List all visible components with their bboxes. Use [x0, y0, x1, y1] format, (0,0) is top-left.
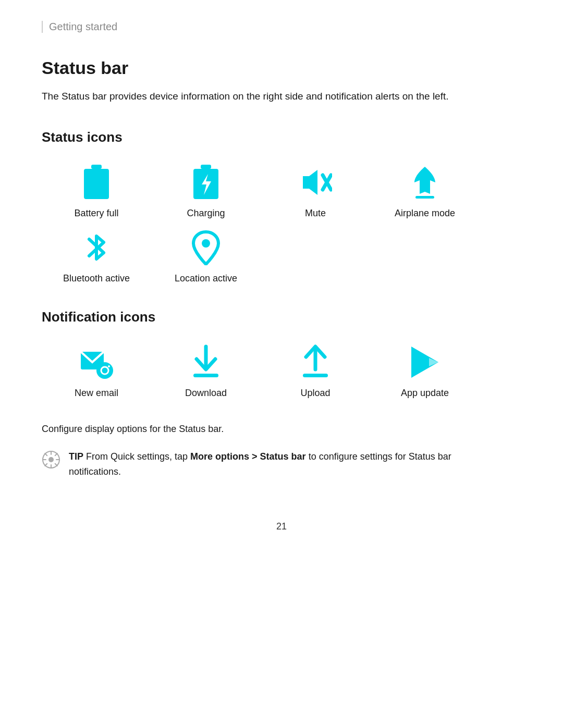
- upload-icon: [297, 344, 334, 380]
- svg-point-13: [108, 365, 110, 367]
- notification-icons-title: Notification icons: [42, 309, 521, 325]
- notification-icons-grid: New email Download Upload: [42, 344, 521, 399]
- svg-rect-8: [415, 196, 434, 199]
- page-title: Status bar: [42, 58, 521, 78]
- airplane-mode-item: Airplane mode: [370, 164, 480, 219]
- charging-label: Charging: [187, 208, 225, 219]
- svg-rect-0: [91, 165, 102, 169]
- svg-point-11: [96, 362, 113, 379]
- mute-icon: [297, 164, 334, 201]
- tip-prefix: TIP: [69, 451, 83, 462]
- battery-full-icon: [78, 164, 115, 201]
- bluetooth-item: Bluetooth active: [42, 229, 151, 284]
- airplane-mode-label: Airplane mode: [395, 208, 455, 219]
- svg-rect-18: [303, 374, 328, 377]
- tip-content: TIP From Quick settings, tap More option…: [69, 449, 500, 479]
- mute-item: Mute: [261, 164, 370, 219]
- tip-box: TIP From Quick settings, tap More option…: [42, 449, 500, 479]
- bluetooth-label: Bluetooth active: [63, 273, 130, 284]
- new-email-icon: [78, 344, 115, 380]
- upload-item: Upload: [261, 344, 370, 399]
- description: The Status bar provides device informati…: [42, 89, 490, 104]
- svg-line-26: [45, 453, 47, 455]
- download-label: Download: [185, 388, 227, 399]
- charging-item: Charging: [151, 164, 261, 219]
- status-icons-title: Status icons: [42, 129, 521, 145]
- tip-text: From Quick settings, tap: [83, 451, 190, 462]
- svg-line-27: [55, 464, 57, 466]
- tip-icon: [42, 450, 60, 469]
- upload-label: Upload: [300, 388, 330, 399]
- configure-text: Configure display options for the Status…: [42, 424, 521, 435]
- app-update-item: App update: [370, 344, 480, 399]
- page-number: 21: [42, 521, 521, 532]
- location-icon: [188, 229, 224, 266]
- bluetooth-icon: [78, 229, 115, 266]
- app-update-icon: [407, 344, 443, 380]
- airplane-mode-icon: [407, 164, 443, 201]
- battery-full-item: Battery full: [42, 164, 151, 219]
- svg-rect-2: [201, 165, 211, 169]
- new-email-label: New email: [75, 388, 118, 399]
- charging-icon: [188, 164, 224, 201]
- svg-line-28: [55, 453, 57, 455]
- status-icons-grid: Battery full Charging Mute: [42, 164, 521, 284]
- svg-marker-19: [429, 358, 438, 366]
- svg-rect-1: [84, 169, 109, 199]
- download-item: Download: [151, 344, 261, 399]
- svg-rect-16: [193, 374, 218, 377]
- svg-line-29: [45, 464, 47, 466]
- svg-marker-5: [303, 170, 317, 195]
- location-item: Location active: [151, 229, 261, 284]
- mute-label: Mute: [305, 208, 326, 219]
- location-label: Location active: [175, 273, 237, 284]
- battery-full-label: Battery full: [74, 208, 118, 219]
- svg-point-9: [202, 239, 210, 248]
- app-update-label: App update: [401, 388, 449, 399]
- download-icon: [188, 344, 224, 380]
- svg-point-21: [48, 457, 54, 462]
- new-email-item: New email: [42, 344, 151, 399]
- breadcrumb: Getting started: [42, 21, 521, 33]
- tip-bold: More options > Status bar: [190, 451, 306, 462]
